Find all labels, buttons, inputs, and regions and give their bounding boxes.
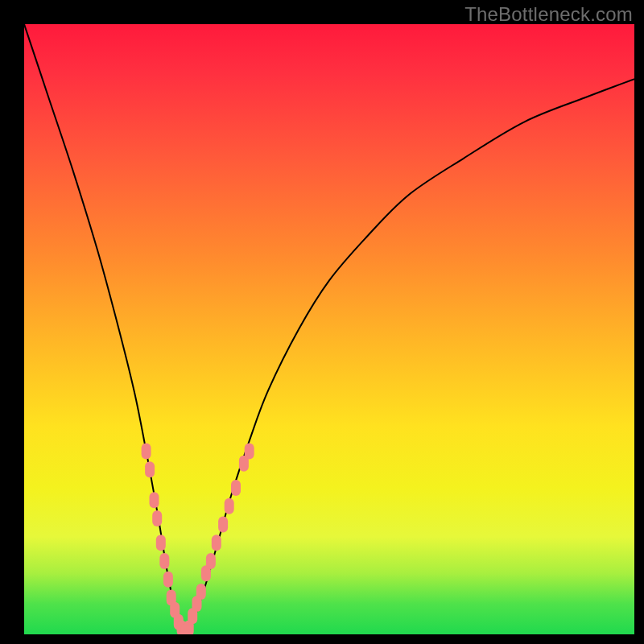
highlight-marker bbox=[152, 510, 162, 526]
highlight-marker bbox=[206, 553, 216, 569]
watermark-text: TheBottleneck.com bbox=[464, 3, 633, 26]
highlight-marker bbox=[145, 461, 155, 477]
bottleneck-curve bbox=[24, 24, 634, 634]
highlight-marker bbox=[159, 553, 169, 569]
highlight-marker bbox=[218, 517, 228, 533]
highlight-marker bbox=[245, 444, 254, 460]
highlight-marker bbox=[150, 492, 159, 508]
marker-group bbox=[142, 444, 254, 634]
highlight-marker bbox=[231, 480, 241, 496]
highlight-marker bbox=[196, 584, 206, 600]
highlight-marker bbox=[142, 444, 151, 460]
highlight-marker bbox=[163, 572, 173, 588]
plot-area bbox=[24, 24, 634, 634]
highlight-marker bbox=[156, 535, 166, 551]
highlight-marker bbox=[212, 535, 221, 551]
chart-frame: TheBottleneck.com bbox=[0, 0, 644, 644]
highlight-marker bbox=[225, 498, 234, 514]
curve-svg bbox=[24, 24, 634, 634]
